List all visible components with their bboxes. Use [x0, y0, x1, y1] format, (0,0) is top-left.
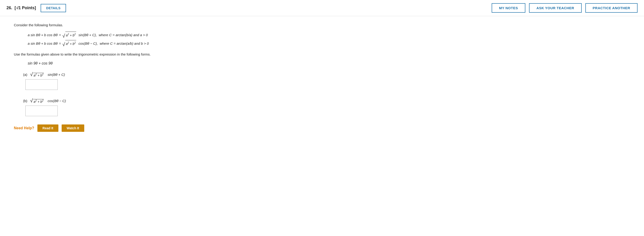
- formula1-lhs: a sin Bθ + b cos Bθ: [28, 31, 58, 39]
- formula1-sqrt-content: a2 + b2: [65, 31, 76, 39]
- part-a-letter: (a): [23, 73, 27, 76]
- ask-teacher-button[interactable]: ASK YOUR TEACHER: [529, 3, 582, 13]
- formula2-rhs: cos(Bθ − C), where C = arctan(a/b) and b…: [78, 40, 149, 47]
- formula1-rhs: sin(Bθ + C), where C = arctan(b/a) and a…: [78, 31, 148, 39]
- use-text: Use the formulas given above to write th…: [14, 52, 309, 56]
- formula1-sqrt: √ a2 + b2: [62, 31, 76, 39]
- header-actions: MY NOTES ASK YOUR TEACHER PRACTICE ANOTH…: [492, 3, 638, 13]
- part-a-label: (a) √ a2 + b2 sin(Bθ + C): [23, 72, 309, 77]
- part-a-sqrt-content: a2 + b2: [33, 73, 44, 77]
- part-b-sqrt: √ a2 + b2: [30, 98, 44, 103]
- read-it-button[interactable]: Read It: [38, 124, 58, 132]
- part-b-sqrt-content: a2 + b2: [33, 99, 44, 103]
- formula2-sqrt: √ a2 + b2: [62, 40, 76, 47]
- formula-line-1: a sin Bθ + b cos Bθ = √ a2 + b2 sin(Bθ +…: [28, 31, 309, 39]
- question-number: 26. [-/1 Points]: [6, 5, 36, 10]
- part-a-form-text: sin(Bθ + C): [47, 73, 65, 76]
- formula2-sqrt-content: a2 + b2: [65, 40, 76, 47]
- formulas-block: a sin Bθ + b cos Bθ = √ a2 + b2 sin(Bθ +…: [28, 31, 309, 47]
- part-a-block: (a) √ a2 + b2 sin(Bθ + C): [23, 72, 309, 90]
- details-button[interactable]: DETAILS: [41, 4, 66, 12]
- practice-another-button[interactable]: PRACTICE ANOTHER: [585, 3, 638, 13]
- part-b-label: (b) √ a2 + b2 cos(Bθ − C): [23, 98, 309, 103]
- part-b-block: (b) √ a2 + b2 cos(Bθ − C): [23, 98, 309, 116]
- expression-line: sin 9θ + cos 9θ: [28, 61, 309, 65]
- points-label: [-/1 Points]: [14, 5, 36, 10]
- question-num-text: 26.: [6, 5, 12, 10]
- part-b-input[interactable]: [26, 106, 58, 116]
- content-area: Consider the following formulas. a sin B…: [0, 16, 323, 141]
- consider-text: Consider the following formulas.: [14, 23, 309, 27]
- watch-it-button[interactable]: Watch It: [62, 124, 84, 132]
- need-help-row: Need Help? Read It Watch It: [14, 124, 309, 132]
- need-help-label: Need Help?: [14, 126, 34, 130]
- my-notes-button[interactable]: MY NOTES: [492, 3, 525, 13]
- part-a-sqrt: √ a2 + b2: [30, 72, 44, 77]
- expression-text: sin 9θ + cos 9θ: [28, 61, 53, 65]
- part-a-input[interactable]: [26, 79, 58, 90]
- formula-line-2: a sin Bθ + b cos Bθ = √ a2 + b2 cos(Bθ −…: [28, 40, 309, 47]
- header-bar: 26. [-/1 Points] DETAILS MY NOTES ASK YO…: [0, 0, 644, 16]
- formula2-lhs: a sin Bθ + b cos Bθ: [28, 40, 58, 47]
- part-b-letter: (b): [23, 99, 27, 103]
- page-wrapper: 26. [-/1 Points] DETAILS MY NOTES ASK YO…: [0, 0, 644, 236]
- part-b-form-text: cos(Bθ − C): [47, 99, 66, 103]
